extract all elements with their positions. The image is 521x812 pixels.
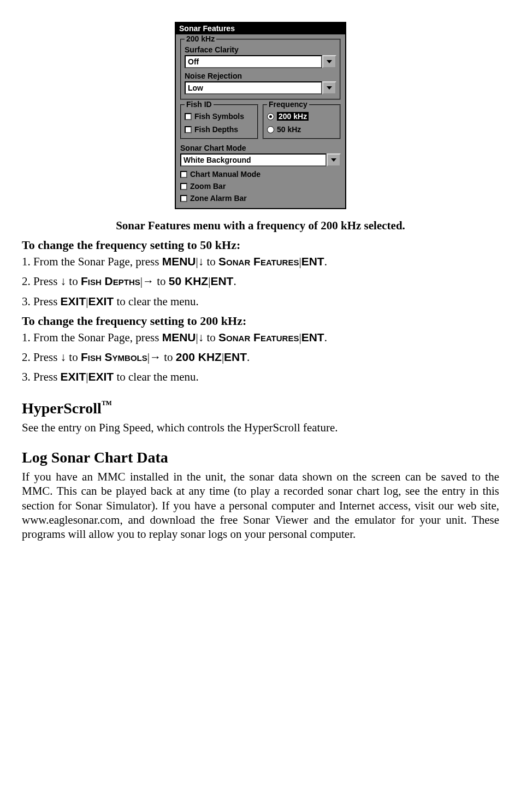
step-50-3: 3. Press EXIT|EXIT to clear the menu. [22,294,499,309]
group-frequency-title: Frequency [267,100,309,109]
dialog-body: 200 kHz Surface Clarity Off Noise Reject… [176,34,345,208]
surface-clarity-value: Off [185,55,322,68]
heading-hyperscroll: HyperScroll™ [22,399,499,417]
group-200khz: 200 kHz Surface Clarity Off Noise Reject… [180,39,341,100]
noise-rejection-dropdown[interactable]: Low [185,81,336,94]
svg-marker-0 [327,60,332,63]
freq-200-radio[interactable]: 200 kHz [267,112,336,121]
dialog-figure: Sonar Features 200 kHz Surface Clarity O… [22,22,499,209]
fish-depths-label: Fish Depths [194,125,238,134]
sonar-features-dialog: Sonar Features 200 kHz Surface Clarity O… [175,22,346,209]
step-200-1: 1. From the Sonar Page, press MENU|↓ to … [22,330,499,345]
freq-50-radio[interactable]: 50 kHz [267,125,336,134]
heading-50khz: To change the frequency setting to 50 kH… [22,238,499,252]
zoom-bar-label: Zoom Bar [190,182,226,191]
checkbox-icon [180,171,187,178]
step-200-3: 3. Press EXIT|EXIT to clear the menu. [22,370,499,384]
surface-clarity-label: Surface Clarity [185,45,336,54]
group-200khz-title: 200 kHz [185,34,216,43]
freq-50-label: 50 kHz [277,125,301,134]
chart-manual-mode-checkbox[interactable]: Chart Manual Mode [180,170,341,179]
fish-symbols-checkbox[interactable]: Fish Symbols [185,112,254,121]
radio-icon [267,126,274,133]
checkbox-icon [180,195,187,202]
page: Sonar Features 200 kHz Surface Clarity O… [0,0,521,812]
figure-caption: Sonar Features menu with a frequency of … [22,219,499,233]
log-sonar-body: If you have an MMC installed in the unit… [22,470,499,541]
radio-selected-icon [267,113,274,120]
hyperscroll-body: See the entry on Ping Speed, which contr… [22,420,499,435]
freq-200-label: 200 kHz [277,112,309,121]
step-200-2: 2. Press ↓ to Fish Symbols|→ to 200 KHZ|… [22,350,499,364]
sonar-chart-mode-label: Sonar Chart Mode [180,144,341,152]
heading-200khz: To change the frequency setting to 200 k… [22,314,499,328]
step-50-1: 1. From the Sonar Page, press MENU|↓ to … [22,254,499,269]
svg-marker-1 [327,86,332,90]
sonar-chart-mode-value: White Background [180,153,327,167]
fish-symbols-label: Fish Symbols [194,112,244,121]
dialog-title: Sonar Features [176,23,345,34]
chevron-down-icon[interactable] [327,153,341,167]
chevron-down-icon[interactable] [322,55,336,68]
fish-depths-checkbox[interactable]: Fish Depths [185,125,254,134]
checkbox-icon [185,113,192,120]
surface-clarity-dropdown[interactable]: Off [185,55,336,68]
zone-alarm-bar-checkbox[interactable]: Zone Alarm Bar [180,194,341,203]
group-fish-id-title: Fish ID [185,100,214,109]
checkbox-icon [180,183,187,190]
noise-rejection-label: Noise Rejection [185,72,336,80]
group-fish-id: Fish ID Fish Symbols Fish Depths [180,104,258,139]
svg-marker-2 [331,158,336,162]
chevron-down-icon[interactable] [322,81,336,94]
step-50-2: 2. Press ↓ to Fish Depths|→ to 50 KHZ|EN… [22,274,499,288]
chart-manual-mode-label: Chart Manual Mode [190,170,260,179]
checkbox-icon [185,126,192,133]
zone-alarm-bar-label: Zone Alarm Bar [190,194,247,203]
heading-log-sonar: Log Sonar Chart Data [22,449,499,466]
zoom-bar-checkbox[interactable]: Zoom Bar [180,182,341,191]
group-frequency: Frequency 200 kHz 50 kHz [263,104,341,139]
sonar-chart-mode-dropdown[interactable]: White Background [180,153,341,167]
noise-rejection-value: Low [185,81,322,94]
